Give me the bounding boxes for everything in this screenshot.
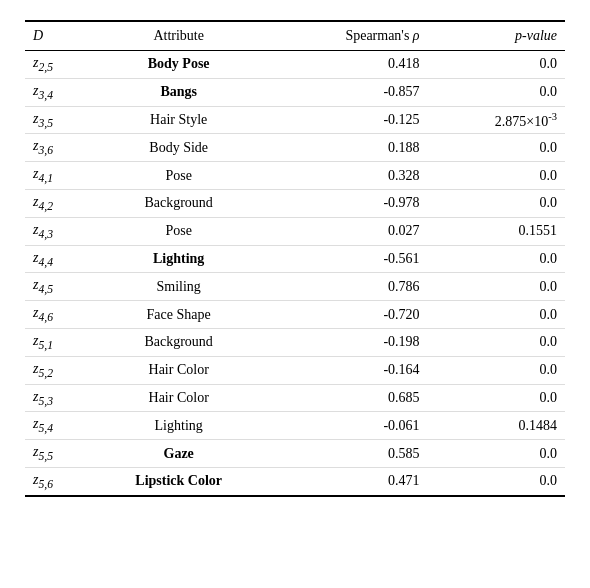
cell-spearman: 0.685 <box>269 384 428 412</box>
cell-spearman: -0.857 <box>269 78 428 106</box>
cell-d: z4,2 <box>25 189 88 217</box>
table-row: z4,1Pose0.3280.0 <box>25 162 565 190</box>
cell-spearman: 0.585 <box>269 440 428 468</box>
cell-spearman: 0.418 <box>269 51 428 79</box>
cell-d: z5,3 <box>25 384 88 412</box>
cell-attribute: Gaze <box>88 440 269 468</box>
table-row: z5,3Hair Color0.6850.0 <box>25 384 565 412</box>
cell-spearman: -0.061 <box>269 412 428 440</box>
cell-spearman: 0.188 <box>269 134 428 162</box>
cell-pvalue: 0.0 <box>428 301 565 329</box>
cell-pvalue: 0.0 <box>428 51 565 79</box>
cell-pvalue: 2.875×10-3 <box>428 106 565 134</box>
cell-spearman: -0.198 <box>269 328 428 356</box>
cell-pvalue: 0.0 <box>428 78 565 106</box>
cell-spearman: -0.561 <box>269 245 428 273</box>
cell-pvalue: 0.1484 <box>428 412 565 440</box>
table-row: z5,2Hair Color-0.1640.0 <box>25 356 565 384</box>
cell-pvalue: 0.0 <box>428 273 565 301</box>
cell-spearman: 0.471 <box>269 467 428 495</box>
cell-d: z3,4 <box>25 78 88 106</box>
cell-attribute: Smiling <box>88 273 269 301</box>
table-row: z4,6Face Shape-0.7200.0 <box>25 301 565 329</box>
cell-attribute: Pose <box>88 217 269 245</box>
cell-pvalue: 0.0 <box>428 384 565 412</box>
cell-attribute: Hair Color <box>88 384 269 412</box>
cell-attribute: Background <box>88 189 269 217</box>
cell-attribute: Body Side <box>88 134 269 162</box>
table-row: z2,5Body Pose0.4180.0 <box>25 51 565 79</box>
cell-attribute: Hair Style <box>88 106 269 134</box>
table-header-row: D Attribute Spearman's ρ p-value <box>25 21 565 51</box>
table-row: z4,4Lighting-0.5610.0 <box>25 245 565 273</box>
table-row: z3,4Bangs-0.8570.0 <box>25 78 565 106</box>
cell-attribute: Hair Color <box>88 356 269 384</box>
cell-spearman: -0.978 <box>269 189 428 217</box>
cell-d: z5,2 <box>25 356 88 384</box>
cell-d: z4,1 <box>25 162 88 190</box>
cell-d: z5,1 <box>25 328 88 356</box>
cell-d: z5,4 <box>25 412 88 440</box>
cell-attribute: Bangs <box>88 78 269 106</box>
table-row: z3,6Body Side0.1880.0 <box>25 134 565 162</box>
table-row: z5,5Gaze0.5850.0 <box>25 440 565 468</box>
cell-attribute: Face Shape <box>88 301 269 329</box>
cell-attribute: Lighting <box>88 245 269 273</box>
table-container: D Attribute Spearman's ρ p-value z2,5Bod… <box>25 20 565 497</box>
cell-pvalue: 0.0 <box>428 328 565 356</box>
table-row: z5,6Lipstick Color0.4710.0 <box>25 467 565 495</box>
cell-d: z5,6 <box>25 467 88 495</box>
table-row: z4,5Smiling0.7860.0 <box>25 273 565 301</box>
cell-d: z5,5 <box>25 440 88 468</box>
table-row: z5,1Background-0.1980.0 <box>25 328 565 356</box>
cell-pvalue: 0.0 <box>428 356 565 384</box>
cell-pvalue: 0.0 <box>428 440 565 468</box>
cell-attribute: Body Pose <box>88 51 269 79</box>
cell-pvalue: 0.0 <box>428 245 565 273</box>
cell-pvalue: 0.0 <box>428 134 565 162</box>
cell-d: z4,4 <box>25 245 88 273</box>
cell-d: z3,6 <box>25 134 88 162</box>
cell-spearman: 0.786 <box>269 273 428 301</box>
cell-d: z4,3 <box>25 217 88 245</box>
header-pvalue: p-value <box>428 21 565 51</box>
cell-attribute: Pose <box>88 162 269 190</box>
cell-pvalue: 0.0 <box>428 162 565 190</box>
cell-spearman: 0.027 <box>269 217 428 245</box>
cell-spearman: -0.164 <box>269 356 428 384</box>
cell-pvalue: 0.1551 <box>428 217 565 245</box>
header-spearman: Spearman's ρ <box>269 21 428 51</box>
table-row: z3,5Hair Style-0.1252.875×10-3 <box>25 106 565 134</box>
cell-pvalue: 0.0 <box>428 467 565 495</box>
table-row: z4,2Background-0.9780.0 <box>25 189 565 217</box>
cell-spearman: -0.125 <box>269 106 428 134</box>
table-row: z4,3Pose0.0270.1551 <box>25 217 565 245</box>
header-attribute: Attribute <box>88 21 269 51</box>
cell-d: z4,5 <box>25 273 88 301</box>
cell-spearman: -0.720 <box>269 301 428 329</box>
table-row: z5,4Lighting-0.0610.1484 <box>25 412 565 440</box>
cell-d: z3,5 <box>25 106 88 134</box>
cell-spearman: 0.328 <box>269 162 428 190</box>
cell-pvalue: 0.0 <box>428 189 565 217</box>
cell-attribute: Background <box>88 328 269 356</box>
cell-d: z2,5 <box>25 51 88 79</box>
cell-attribute: Lipstick Color <box>88 467 269 495</box>
cell-attribute: Lighting <box>88 412 269 440</box>
data-table: D Attribute Spearman's ρ p-value z2,5Bod… <box>25 20 565 497</box>
cell-d: z4,6 <box>25 301 88 329</box>
header-d: D <box>25 21 88 51</box>
